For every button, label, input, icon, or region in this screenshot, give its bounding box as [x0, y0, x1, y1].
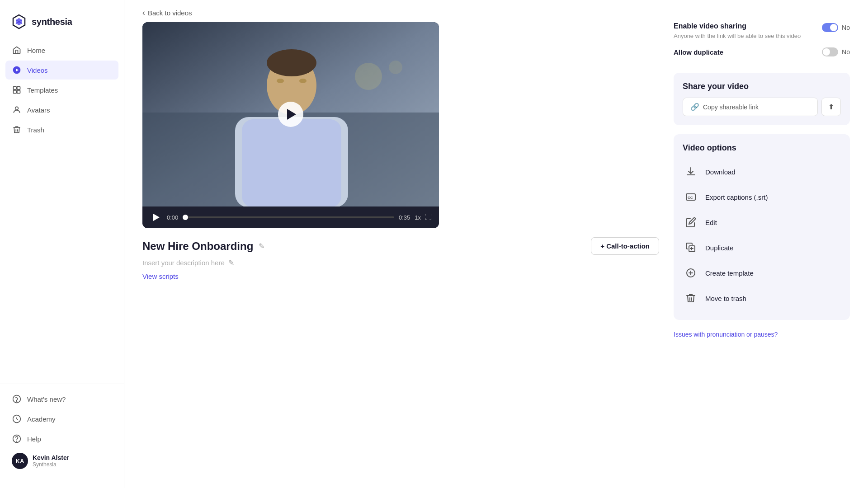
allow-duplicate-title: Allow duplicate [674, 48, 723, 56]
svg-rect-2 [14, 87, 17, 90]
enable-sharing-toggle[interactable] [822, 23, 838, 32]
progress-bar[interactable] [183, 216, 394, 218]
sidebar-item-avatars[interactable]: Avatars [5, 100, 118, 119]
sidebar-item-videos[interactable]: Videos [5, 61, 118, 80]
top-bar: ‹ Back to videos [124, 0, 868, 22]
content-area: 0:00 0:35 1x ⛶ New Hire Onboarding ✎ [124, 22, 868, 358]
enable-sharing-row: Enable video sharing Anyone with the lin… [674, 22, 850, 40]
option-edit-label: Edit [705, 219, 717, 226]
sidebar-item-trash[interactable]: Trash [5, 120, 118, 139]
sidebar: synthesia Home Videos [0, 0, 124, 488]
toggle-thumb-sharing [830, 24, 837, 31]
sidebar-item-whats-new[interactable]: What's new? [5, 389, 118, 408]
sidebar-item-label-help: Help [27, 435, 41, 443]
option-create-template-label: Create template [705, 269, 754, 277]
video-section: 0:00 0:35 1x ⛶ New Hire Onboarding ✎ [142, 22, 659, 340]
view-scripts-link[interactable]: View scripts [142, 272, 179, 280]
svg-rect-19 [242, 119, 341, 206]
sidebar-item-templates[interactable]: Templates [5, 80, 118, 99]
play-icon [287, 109, 296, 120]
svg-point-8 [17, 401, 17, 402]
toggle-thumb-duplicate [823, 48, 830, 56]
option-download[interactable]: Download [683, 159, 841, 184]
video-description-row: Insert your description here ✎ [142, 258, 659, 267]
trash-icon [12, 125, 22, 135]
edit-title-icon[interactable]: ✎ [259, 242, 264, 250]
option-edit[interactable]: Edit [683, 210, 841, 235]
sidebar-item-label-academy: Academy [27, 415, 56, 423]
enable-sharing-label-group: Enable video sharing Anyone with the lin… [674, 22, 822, 40]
option-create-template[interactable]: Create template [683, 260, 841, 286]
app-name: synthesia [32, 17, 72, 27]
option-export-captions[interactable]: CC Export captions (.srt) [683, 184, 841, 210]
home-icon [12, 45, 22, 55]
play-button[interactable] [278, 102, 303, 127]
edit-icon [683, 214, 699, 230]
share-link-row: 🔗 Copy shareable link ⬆ [683, 98, 841, 116]
option-move-to-trash[interactable]: Move to trash [683, 286, 841, 311]
svg-rect-4 [14, 90, 17, 94]
back-chevron-icon: ‹ [142, 8, 145, 18]
sidebar-item-label-videos: Videos [27, 66, 48, 74]
svg-point-16 [389, 61, 402, 74]
copy-link-label: Copy shareable link [703, 103, 759, 111]
user-profile[interactable]: KA Kevin Alster Synthesia [5, 448, 118, 474]
copy-link-button[interactable]: 🔗 Copy shareable link [683, 98, 818, 116]
user-org: Synthesia [33, 461, 69, 468]
svg-point-20 [277, 79, 284, 83]
user-info: Kevin Alster Synthesia [33, 454, 69, 468]
duplicate-icon [683, 239, 699, 256]
video-title: New Hire Onboarding [142, 240, 253, 253]
share-upload-button[interactable]: ⬆ [821, 98, 841, 116]
fullscreen-button[interactable]: ⛶ [425, 213, 432, 221]
option-trash-label: Move to trash [705, 295, 746, 302]
allow-duplicate-toggle[interactable] [822, 47, 838, 56]
option-duplicate[interactable]: Duplicate [683, 235, 841, 260]
sidebar-item-label-whats-new: What's new? [27, 395, 66, 403]
video-title-row: New Hire Onboarding ✎ + Call-to-action [142, 237, 659, 255]
link-icon: 🔗 [690, 103, 699, 111]
enable-sharing-toggle-right: No [822, 22, 850, 32]
back-to-videos-link[interactable]: ‹ Back to videos [142, 8, 192, 18]
edit-description-icon[interactable]: ✎ [228, 258, 234, 267]
issues-link[interactable]: Issues with pronunciation or pauses? [674, 329, 850, 340]
help-icon [12, 434, 22, 444]
svg-point-22 [267, 49, 316, 76]
user-name: Kevin Alster [33, 454, 69, 461]
enable-sharing-title: Enable video sharing [674, 22, 822, 30]
speed-control[interactable]: 1x [415, 214, 421, 221]
option-captions-label: Export captions (.srt) [705, 193, 768, 201]
captions-icon: CC [683, 189, 699, 205]
back-label: Back to videos [148, 9, 192, 17]
upload-icon: ⬆ [828, 103, 834, 111]
move-to-trash-icon [683, 290, 699, 306]
create-template-icon [683, 265, 699, 281]
allow-duplicate-row: Allow duplicate No [674, 47, 850, 56]
video-options-card: Video options Download [674, 134, 850, 320]
svg-text:CC: CC [688, 196, 693, 200]
total-time: 0:35 [399, 214, 410, 221]
share-card: Share your video 🔗 Copy shareable link ⬆ [674, 73, 850, 125]
sidebar-item-label-avatars: Avatars [27, 106, 50, 114]
controls-right: 1x ⛶ [415, 213, 432, 221]
logo-area: synthesia [0, 9, 124, 41]
enable-sharing-desc: Anyone with the link will be able to see… [674, 32, 822, 40]
svg-point-11 [17, 441, 17, 441]
enable-sharing-value: No [842, 24, 850, 31]
svg-point-21 [299, 79, 307, 83]
templates-icon [12, 85, 22, 95]
allow-duplicate-toggle-right: No [822, 47, 850, 56]
svg-point-6 [15, 107, 19, 110]
video-thumbnail [142, 22, 439, 206]
sidebar-item-academy[interactable]: Academy [5, 409, 118, 428]
sidebar-item-home[interactable]: Home [5, 41, 118, 60]
sidebar-item-label-trash: Trash [27, 126, 44, 134]
video-options-title: Video options [683, 143, 841, 153]
call-to-action-button[interactable]: + Call-to-action [591, 237, 659, 255]
allow-duplicate-value: No [842, 48, 850, 56]
sidebar-item-help[interactable]: Help [5, 429, 118, 448]
academy-icon [12, 414, 22, 424]
video-player: 0:00 0:35 1x ⛶ [142, 22, 439, 228]
download-icon [683, 164, 699, 180]
play-control-button[interactable] [150, 211, 162, 224]
